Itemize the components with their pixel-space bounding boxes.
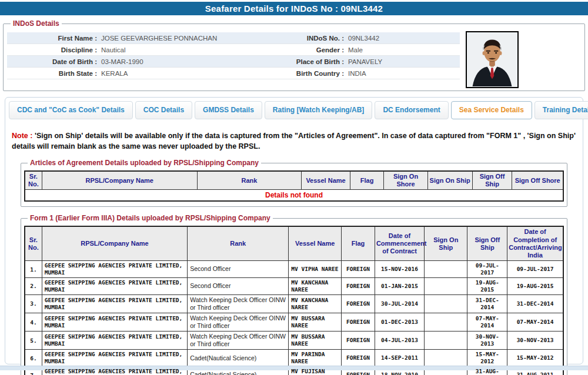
form1-table: Sr. No.RPSL/Company NameRankVessel NameF… xyxy=(24,226,564,375)
cell-flag: FOREIGN xyxy=(342,294,375,313)
cell-sr-no: 1. xyxy=(25,261,42,278)
tab-sea-service-details[interactable]: Sea Service Details xyxy=(451,101,532,119)
cell-sign-on-ship xyxy=(425,313,467,331)
column-header-sign-on-ship: Sign On Ship xyxy=(425,226,467,260)
cell-company-name: GEEPEE SHIPPING AGENCIES PRIVATE LIMITED… xyxy=(42,332,187,350)
cell-rank: Cadet(Nautical Science) xyxy=(188,350,289,367)
field-label: Birth Country : xyxy=(272,70,348,77)
field-value: KERALA xyxy=(101,70,272,77)
cell-commencement-date: 01-DEC-2013 xyxy=(375,313,424,331)
column-header-flag: Flag xyxy=(350,171,384,190)
tab-gmdss-details[interactable]: GMDSS Details xyxy=(195,101,262,119)
tab-coc-details[interactable]: COC Details xyxy=(135,101,192,119)
cell-sign-off-ship: 15-MAY-2012 xyxy=(467,350,507,367)
cell-completion-date: 09-JUL-2017 xyxy=(507,261,563,278)
seafarer-photo-illustration xyxy=(467,32,517,87)
cell-sign-off-ship: 19-AUG-2015 xyxy=(467,277,507,294)
note-label: Note : xyxy=(12,132,32,140)
note-body: 'Sign on Ship' details will be available… xyxy=(12,132,576,150)
cell-completion-date: 30-NOV-2013 xyxy=(507,332,563,350)
cell-sign-on-ship xyxy=(425,294,467,313)
table-row: 2.GEEPEE SHIPPING AGENCIES PRIVATE LIMIT… xyxy=(25,277,563,294)
cell-vessel-name: MV PARINDA NAREE xyxy=(289,350,342,367)
column-header-sr-no: Sr. No. xyxy=(25,226,42,260)
page-title: Seafarer Details for INDoS No : 09NL3442 xyxy=(0,2,588,15)
indos-detail-row: Discipline :NauticalGender :Male xyxy=(7,44,460,56)
indos-detail-row: Date of Birth :03-MAR-1990Place of Birth… xyxy=(7,56,460,68)
tab-strip: CDC and "CoC as Cook" DetailsCOC Details… xyxy=(9,101,580,119)
cell-sign-on-ship xyxy=(425,350,467,367)
column-header-sign-off-ship: Sign Off Ship xyxy=(472,171,512,190)
field-label: Birth State : xyxy=(7,70,101,77)
articles-legend: Articles of Agreement Details uploaded b… xyxy=(28,159,261,167)
indos-detail-row: First Name :JOSE GEEVARGHESE PONNACHANIN… xyxy=(7,32,460,44)
column-header-date-of-completion-of-contract-arriving-india: Date of Completion of Contract/Arriving … xyxy=(507,226,563,260)
cell-rank: Second Officer xyxy=(188,277,289,294)
field-label: Gender : xyxy=(272,46,348,53)
articles-table: Sr. No.RPSL/Company NameRankVessel NameF… xyxy=(24,170,564,202)
cell-sign-off-ship: 31-DEC-2014 xyxy=(467,294,507,313)
note-text: Note : 'Sign on Ship' details will be av… xyxy=(12,131,576,152)
cell-completion-date: 31-DEC-2014 xyxy=(507,294,563,313)
cell-company-name: GEEPEE SHIPPING AGENCIES PRIVATE LIMITED… xyxy=(42,350,187,367)
column-header-rank: Rank xyxy=(188,226,289,260)
field-label: First Name : xyxy=(7,35,101,42)
cell-completion-date: 07-MAY-2014 xyxy=(507,313,563,331)
tab-rating-watch-keeping-ab[interactable]: Rating [Watch Keeping/AB] xyxy=(265,101,373,119)
form1-legend: Form 1 (Earlier Form IIIA) Details uploa… xyxy=(28,214,273,222)
cell-sr-no: 5. xyxy=(25,332,42,350)
field-value: PANAVELY xyxy=(348,58,460,65)
cell-company-name: GEEPEE SHIPPING AGENCIES PRIVATE LIMITED… xyxy=(42,277,187,294)
cell-sign-on-ship xyxy=(425,261,467,278)
tab-cdc-and-coc-as-cook-details[interactable]: CDC and "CoC as Cook" Details xyxy=(9,101,133,119)
cell-completion-date: 19-AUG-2015 xyxy=(507,277,563,294)
cell-completion-date: 15-MAY-2012 xyxy=(507,350,563,367)
indos-detail-row: Birth State :KERALABirth Country :INDIA xyxy=(7,68,460,79)
column-header-vessel-name: Vessel Name xyxy=(289,226,342,260)
cell-flag: FOREIGN xyxy=(342,277,375,294)
cell-vessel-name: MV BUSSARA NAREE xyxy=(289,313,342,331)
column-header-rpsl-company-name: RPSL/Company Name xyxy=(42,226,187,260)
table-row: 6.GEEPEE SHIPPING AGENCIES PRIVATE LIMIT… xyxy=(25,350,563,367)
field-label: INDoS No. : xyxy=(272,35,348,42)
cell-rank: Watch Keeping Deck Officer OINW or Third… xyxy=(188,332,289,350)
column-header-sign-off-shore: Sign Off Shore xyxy=(512,171,563,190)
tab-panel: CDC and "CoC as Cook" DetailsCOC Details… xyxy=(5,97,583,364)
cell-sign-off-ship: 30-NOV-2013 xyxy=(467,332,507,350)
seafarer-photo xyxy=(466,31,519,88)
table-row: 3.GEEPEE SHIPPING AGENCIES PRIVATE LIMIT… xyxy=(25,294,563,313)
cell-company-name: GEEPEE SHIPPING AGENCIES PRIVATE LIMITED… xyxy=(42,294,187,313)
column-header-date-of-commencement-of-contract: Date of Commencement of Contract xyxy=(375,226,424,260)
column-header-rpsl-company-name: RPSL/Company Name xyxy=(42,171,197,190)
column-header-sign-on-ship: Sign On Ship xyxy=(427,171,472,190)
table-row: 7.GEEPEE SHIPPING AGENCIES PRIVATE LIMIT… xyxy=(25,367,563,375)
cell-sign-on-ship xyxy=(425,332,467,350)
cell-vessel-name: MV BUSSARA NAREE xyxy=(289,332,342,350)
articles-of-agreement-section: Articles of Agreement Details uploaded b… xyxy=(21,159,567,207)
tab-dc-endorsement[interactable]: DC Endorsement xyxy=(375,101,448,119)
indos-details-legend: INDoS Details xyxy=(11,19,62,28)
cell-commencement-date: 01-JAN-2015 xyxy=(375,277,424,294)
cell-company-name: GEEPEE SHIPPING AGENCIES PRIVATE LIMITED… xyxy=(42,367,187,375)
field-label: Place of Birth : xyxy=(272,58,348,65)
column-header-rank: Rank xyxy=(197,171,302,190)
empty-message: Details not found xyxy=(25,190,563,202)
cell-sr-no: 3. xyxy=(25,294,42,313)
field-value: 03-MAR-1990 xyxy=(101,58,272,65)
cell-flag: FOREIGN xyxy=(342,332,375,350)
tab-training-details[interactable]: Training Details xyxy=(534,101,588,119)
cell-rank: Watch Keeping Deck Officer OINW or Third… xyxy=(188,313,289,331)
field-value: Nautical xyxy=(101,46,272,53)
cell-sr-no: 2. xyxy=(25,277,42,294)
field-label: Date of Birth : xyxy=(7,58,101,65)
cell-flag: FOREIGN xyxy=(342,350,375,367)
cell-vessel-name: MV VIPHA NAREE xyxy=(289,261,342,278)
column-header-vessel-name: Vessel Name xyxy=(302,171,350,190)
column-header-sign-on-shore: Sign On Shore xyxy=(384,171,427,190)
table-row: 1.GEEPEE SHIPPING AGENCIES PRIVATE LIMIT… xyxy=(25,261,563,278)
cell-commencement-date: 15-NOV-2016 xyxy=(375,261,424,278)
field-label: Discipline : xyxy=(7,46,101,53)
cell-commencement-date: 14-SEP-2011 xyxy=(375,350,424,367)
cell-company-name: GEEPEE SHIPPING AGENCIES PRIVATE LIMITED… xyxy=(42,261,187,278)
cell-rank: Second Officer xyxy=(188,261,289,278)
